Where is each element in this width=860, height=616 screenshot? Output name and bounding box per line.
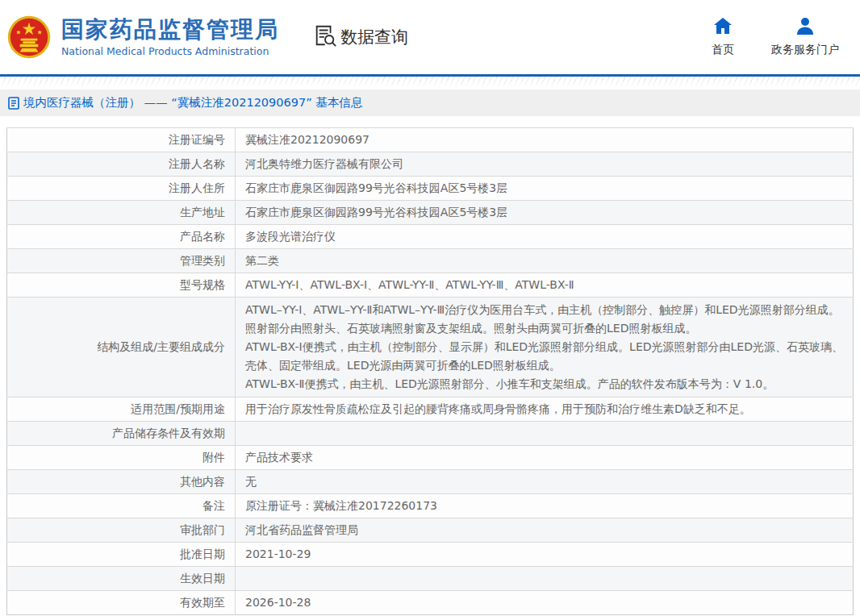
row-label: 生效日期: [7, 567, 236, 591]
table-row-storage-conditions: 产品储存条件及有效期: [7, 422, 854, 446]
row-label: 适用范围/预期用途: [7, 397, 236, 422]
row-label: 产品名称: [7, 225, 236, 249]
row-value: 河北奥特维力医疗器械有限公司: [236, 152, 854, 177]
table-row-structure-composition: 结构及组成/主要组成成分 ATWL–YY-Ⅰ、ATWL–YY-Ⅱ和ATWL–YY…: [7, 298, 854, 397]
table-row-valid-until: 有效期至 2026-10-28: [7, 591, 854, 615]
table-row-management-class: 管理类别 第二类: [7, 249, 854, 273]
breadcrumb: 境内医疗器械（注册） —— “冀械注准20212090697” 基本信息: [0, 89, 860, 116]
row-label: 审批部门: [7, 518, 236, 543]
nav-gov-portal-label: 政务服务门户: [771, 43, 839, 57]
registration-info-table: 注册证编号 冀械注准20212090697 注册人名称 河北奥特维力医疗器械有限…: [6, 127, 854, 615]
structure-paragraph: ATWL-BX-Ⅱ便携式，由主机、LED光源照射部分、小推车和支架组成。产品的软…: [245, 375, 843, 393]
row-value: 无: [236, 470, 854, 494]
table-row-effective-date: 生效日期: [7, 567, 854, 591]
table-row-remarks: 备注 原注册证号：冀械注准20172260173: [7, 494, 854, 518]
row-label: 批准日期: [7, 543, 236, 567]
row-value: [236, 422, 854, 446]
row-label: 管理类别: [7, 249, 236, 273]
table-row-production-address: 生产地址 石家庄市鹿泉区御园路99号光谷科技园A区5号楼3层: [7, 201, 854, 225]
breadcrumb-text: 境内医疗器械（注册） —— “冀械注准20212090697” 基本信息: [23, 95, 362, 110]
data-query-label: 数据查询: [340, 26, 408, 48]
table-row-approval-department: 审批部门 河北省药品监督管理局: [7, 518, 854, 543]
row-value: 河北省药品监督管理局: [236, 518, 854, 543]
table-row-product-name: 产品名称 多波段光谱治疗仪: [7, 225, 854, 249]
row-value: [236, 567, 854, 591]
home-icon: [713, 17, 733, 38]
row-value: 原注册证号：冀械注准20172260173: [236, 494, 854, 518]
row-label: 产品储存条件及有效期: [7, 422, 236, 446]
table-row-approval-date: 批准日期 2021-10-29: [7, 543, 854, 567]
row-value: ATWL–YY-Ⅰ、ATWL–YY-Ⅱ和ATWL–YY-Ⅲ治疗仪为医用台车式，由…: [236, 298, 854, 397]
row-label: 注册人名称: [7, 152, 236, 177]
data-query-link[interactable]: 数据查询: [313, 23, 408, 51]
nav-gov-portal[interactable]: 政务服务门户: [771, 17, 839, 57]
row-label: 备注: [7, 494, 236, 518]
china-national-emblem-icon: [6, 15, 52, 60]
row-value: 冀械注准20212090697: [236, 128, 854, 152]
row-label: 型号规格: [7, 273, 236, 298]
hatch-strip: [0, 77, 860, 88]
table-row-attachment: 附件 产品技术要求: [7, 446, 854, 470]
row-label: 有效期至: [7, 591, 236, 615]
row-label: 附件: [7, 446, 236, 470]
document-icon: [8, 97, 19, 110]
row-value: ATWL-YY-Ⅰ、ATWL-BX-Ⅰ、ATWL-YY-Ⅱ、ATWL-YY-Ⅲ、…: [236, 273, 854, 298]
structure-paragraph: ATWL-BX-Ⅰ便携式，由主机（控制部分、显示屏）和LED光源照射部分组成。L…: [245, 338, 843, 375]
row-value: 多波段光谱治疗仪: [236, 225, 854, 249]
row-label: 注册人住所: [7, 177, 236, 201]
row-label: 注册证编号: [7, 128, 236, 152]
table-row-registrant-address: 注册人住所 石家庄市鹿泉区御园路99号光谷科技园A区5号楼3层: [7, 177, 854, 201]
nmpa-logo[interactable]: 国家药品监督管理局 National Medical Products Admi…: [6, 15, 279, 60]
page-header: 国家药品监督管理局 National Medical Products Admi…: [0, 0, 860, 74]
document-search-icon: [313, 23, 337, 51]
site-title: 国家药品监督管理局: [61, 17, 279, 43]
row-value: 第二类: [236, 249, 854, 273]
table-row-reg-cert-no: 注册证编号 冀械注准20212090697: [7, 128, 854, 152]
row-value: 石家庄市鹿泉区御园路99号光谷科技园A区5号楼3层: [236, 177, 854, 201]
row-label: 生产地址: [7, 201, 236, 225]
user-icon: [795, 17, 815, 38]
row-value: 产品技术要求: [236, 446, 854, 470]
row-value: 2026-10-28: [236, 591, 854, 615]
table-row-other-content: 其他内容 无: [7, 470, 854, 494]
row-value: 用于治疗原发性骨质疏松症及引起的腰背疼痛或周身骨骼疼痛，用于预防和治疗维生素D缺…: [236, 397, 854, 422]
row-label: 结构及组成/主要组成成分: [7, 298, 236, 397]
nav-home-label: 首页: [712, 43, 734, 57]
table-row-intended-use: 适用范围/预期用途 用于治疗原发性骨质疏松症及引起的腰背疼痛或周身骨骼疼痛，用于…: [7, 397, 854, 422]
row-value: 2021-10-29: [236, 543, 854, 567]
table-row-registrant-name: 注册人名称 河北奥特维力医疗器械有限公司: [7, 152, 854, 177]
site-subtitle: National Medical Products Administration: [61, 45, 279, 57]
header-nav: 首页 政务服务门户: [705, 17, 839, 57]
table-row-model-spec: 型号规格 ATWL-YY-Ⅰ、ATWL-BX-Ⅰ、ATWL-YY-Ⅱ、ATWL-…: [7, 273, 854, 298]
row-value: 石家庄市鹿泉区御园路99号光谷科技园A区5号楼3层: [236, 201, 854, 225]
row-label: 其他内容: [7, 470, 236, 494]
structure-paragraph: ATWL–YY-Ⅰ、ATWL–YY-Ⅱ和ATWL–YY-Ⅲ治疗仪为医用台车式，由…: [245, 301, 843, 338]
nav-home[interactable]: 首页: [705, 17, 741, 57]
